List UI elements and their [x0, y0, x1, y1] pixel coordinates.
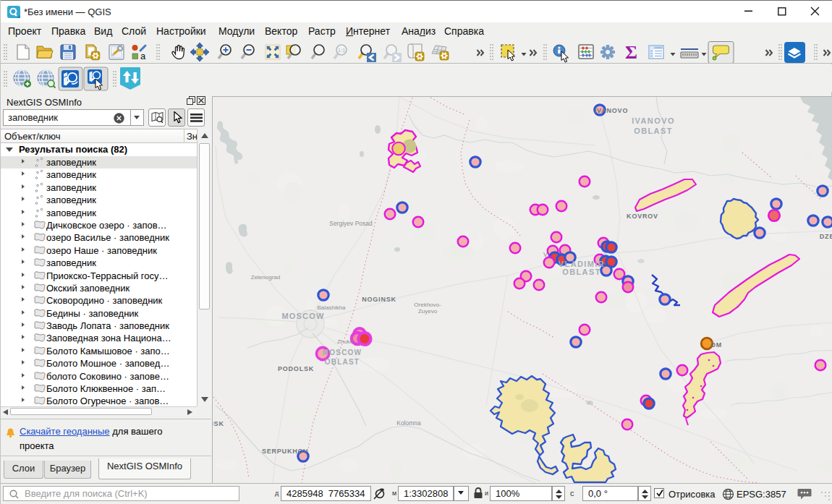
svg-text:SERPUKHOV: SERPUKHOV — [262, 448, 308, 455]
svg-text:OM: OM — [710, 341, 722, 349]
svg-text:PODOLSK: PODOLSK — [278, 365, 314, 372]
svg-text:IVANOVO: IVANOVO — [595, 107, 628, 114]
svg-text:MOSCOW: MOSCOW — [323, 349, 362, 356]
svg-text:Kolomna: Kolomna — [396, 419, 421, 427]
svg-text:IVANOVO: IVANOVO — [632, 116, 675, 125]
svg-text:a: a — [140, 51, 146, 61]
svg-text:DZE: DZE — [820, 233, 832, 240]
svg-text:Orekhovo-: Orekhovo- — [414, 302, 441, 308]
svg-text:OBLAST: OBLAST — [634, 127, 673, 135]
svg-text:1:1: 1:1 — [338, 48, 345, 53]
svg-text:Zelenograd: Zelenograd — [251, 274, 280, 281]
svg-text:NSK: NSK — [213, 420, 224, 427]
svg-text:Zhuko: Zhuko — [337, 338, 354, 345]
svg-text:KOVROV: KOVROV — [627, 213, 658, 220]
svg-text:Balashikha: Balashikha — [317, 304, 346, 311]
svg-text:Sergiyev Posad: Sergiyev Posad — [329, 220, 373, 227]
svg-text:Σ: Σ — [625, 42, 637, 63]
svg-text:OBLAST: OBLAST — [325, 358, 360, 366]
svg-text:OBLAST: OBLAST — [562, 268, 601, 276]
svg-text:NOGINSK: NOGINSK — [362, 296, 396, 303]
svg-text:MOSCOW: MOSCOW — [281, 312, 324, 320]
svg-text:Zuyevo: Zuyevo — [418, 308, 438, 315]
